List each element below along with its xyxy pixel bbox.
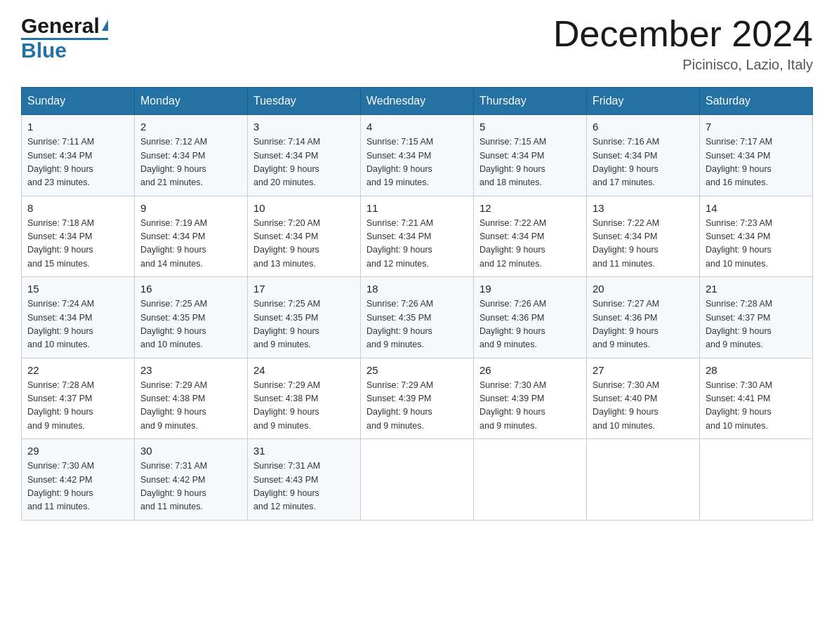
calendar-cell: 2Sunrise: 7:12 AMSunset: 4:34 PMDaylight… [135, 115, 248, 196]
day-info: Sunrise: 7:29 AMSunset: 4:38 PMDaylight:… [253, 379, 355, 434]
week-row-3: 15Sunrise: 7:24 AMSunset: 4:34 PMDayligh… [22, 277, 813, 358]
week-row-4: 22Sunrise: 7:28 AMSunset: 4:37 PMDayligh… [22, 358, 813, 439]
day-info: Sunrise: 7:31 AMSunset: 4:42 PMDaylight:… [140, 459, 241, 514]
calendar-cell: 14Sunrise: 7:23 AMSunset: 4:34 PMDayligh… [700, 196, 813, 277]
day-info: Sunrise: 7:15 AMSunset: 4:34 PMDaylight:… [479, 135, 581, 190]
header-sunday: Sunday [22, 88, 135, 115]
day-number: 26 [479, 364, 581, 376]
day-number: 23 [140, 364, 241, 376]
calendar-cell: 17Sunrise: 7:25 AMSunset: 4:35 PMDayligh… [248, 277, 361, 358]
calendar-cell: 10Sunrise: 7:20 AMSunset: 4:34 PMDayligh… [248, 196, 361, 277]
day-number: 28 [706, 364, 807, 376]
day-info: Sunrise: 7:31 AMSunset: 4:43 PMDaylight:… [253, 459, 355, 514]
day-number: 6 [593, 121, 694, 133]
day-info: Sunrise: 7:28 AMSunset: 4:37 PMDaylight:… [27, 379, 128, 434]
day-info: Sunrise: 7:27 AMSunset: 4:36 PMDaylight:… [593, 297, 694, 352]
day-info: Sunrise: 7:19 AMSunset: 4:34 PMDaylight:… [140, 217, 241, 271]
calendar-cell: 30Sunrise: 7:31 AMSunset: 4:42 PMDayligh… [135, 439, 248, 521]
day-number: 8 [27, 202, 128, 214]
day-info: Sunrise: 7:30 AMSunset: 4:41 PMDaylight:… [706, 379, 807, 434]
day-info: Sunrise: 7:12 AMSunset: 4:34 PMDaylight:… [140, 135, 241, 190]
calendar-cell: 20Sunrise: 7:27 AMSunset: 4:36 PMDayligh… [587, 277, 700, 358]
header-tuesday: Tuesday [248, 88, 361, 115]
week-row-5: 29Sunrise: 7:30 AMSunset: 4:42 PMDayligh… [22, 439, 813, 521]
day-number: 10 [253, 202, 355, 214]
calendar-cell: 11Sunrise: 7:21 AMSunset: 4:34 PMDayligh… [361, 196, 474, 277]
day-number: 19 [479, 283, 581, 295]
calendar-cell: 19Sunrise: 7:26 AMSunset: 4:36 PMDayligh… [474, 277, 587, 358]
day-number: 13 [593, 202, 694, 214]
day-info: Sunrise: 7:25 AMSunset: 4:35 PMDaylight:… [253, 297, 355, 352]
logo: General Blue [21, 14, 108, 61]
page-header: General Blue December 2024 Picinisco, La… [21, 14, 813, 73]
calendar-cell [700, 439, 813, 521]
calendar-cell: 6Sunrise: 7:16 AMSunset: 4:34 PMDaylight… [587, 115, 700, 196]
day-number: 18 [366, 283, 468, 295]
day-info: Sunrise: 7:24 AMSunset: 4:34 PMDaylight:… [27, 297, 128, 352]
day-number: 7 [706, 121, 807, 133]
day-info: Sunrise: 7:29 AMSunset: 4:39 PMDaylight:… [366, 379, 468, 434]
day-number: 20 [593, 283, 694, 295]
location-text: Picinisco, Lazio, Italy [553, 57, 813, 73]
calendar-table: Sunday Monday Tuesday Wednesday Thursday… [21, 87, 813, 521]
calendar-cell: 15Sunrise: 7:24 AMSunset: 4:34 PMDayligh… [22, 277, 135, 358]
calendar-cell: 28Sunrise: 7:30 AMSunset: 4:41 PMDayligh… [700, 358, 813, 439]
day-number: 4 [366, 121, 468, 133]
calendar-cell: 1Sunrise: 7:11 AMSunset: 4:34 PMDaylight… [22, 115, 135, 196]
title-section: December 2024 Picinisco, Lazio, Italy [553, 14, 813, 73]
day-number: 30 [140, 445, 241, 457]
day-number: 31 [253, 445, 355, 457]
logo-blue-text: Blue [21, 40, 67, 61]
calendar-cell: 18Sunrise: 7:26 AMSunset: 4:35 PMDayligh… [361, 277, 474, 358]
day-info: Sunrise: 7:29 AMSunset: 4:38 PMDaylight:… [140, 379, 241, 434]
day-info: Sunrise: 7:17 AMSunset: 4:34 PMDaylight:… [706, 135, 807, 190]
week-row-2: 8Sunrise: 7:18 AMSunset: 4:34 PMDaylight… [22, 196, 813, 277]
day-number: 1 [27, 121, 128, 133]
calendar-cell: 25Sunrise: 7:29 AMSunset: 4:39 PMDayligh… [361, 358, 474, 439]
calendar-cell: 22Sunrise: 7:28 AMSunset: 4:37 PMDayligh… [22, 358, 135, 439]
day-info: Sunrise: 7:16 AMSunset: 4:34 PMDaylight:… [593, 135, 694, 190]
day-number: 9 [140, 202, 241, 214]
calendar-cell: 8Sunrise: 7:18 AMSunset: 4:34 PMDaylight… [22, 196, 135, 277]
calendar-cell: 12Sunrise: 7:22 AMSunset: 4:34 PMDayligh… [474, 196, 587, 277]
day-number: 22 [27, 364, 128, 376]
calendar-cell [474, 439, 587, 521]
day-number: 25 [366, 364, 468, 376]
day-info: Sunrise: 7:21 AMSunset: 4:34 PMDaylight:… [366, 217, 468, 271]
calendar-cell: 3Sunrise: 7:14 AMSunset: 4:34 PMDaylight… [248, 115, 361, 196]
calendar-cell: 26Sunrise: 7:30 AMSunset: 4:39 PMDayligh… [474, 358, 587, 439]
calendar-cell: 13Sunrise: 7:22 AMSunset: 4:34 PMDayligh… [587, 196, 700, 277]
month-title: December 2024 [553, 14, 813, 54]
logo-triangle-icon [102, 20, 108, 31]
day-info: Sunrise: 7:26 AMSunset: 4:36 PMDaylight:… [479, 297, 581, 352]
day-info: Sunrise: 7:11 AMSunset: 4:34 PMDaylight:… [27, 135, 128, 190]
header-monday: Monday [135, 88, 248, 115]
header-thursday: Thursday [474, 88, 587, 115]
day-info: Sunrise: 7:18 AMSunset: 4:34 PMDaylight:… [27, 217, 128, 271]
day-number: 21 [706, 283, 807, 295]
day-number: 15 [27, 283, 128, 295]
weekday-header-row: Sunday Monday Tuesday Wednesday Thursday… [22, 88, 813, 115]
day-number: 29 [27, 445, 128, 457]
day-number: 11 [366, 202, 468, 214]
day-info: Sunrise: 7:30 AMSunset: 4:40 PMDaylight:… [593, 379, 694, 434]
calendar-cell [587, 439, 700, 521]
day-info: Sunrise: 7:25 AMSunset: 4:35 PMDaylight:… [140, 297, 241, 352]
day-info: Sunrise: 7:30 AMSunset: 4:42 PMDaylight:… [27, 459, 128, 514]
day-number: 2 [140, 121, 241, 133]
calendar-cell: 5Sunrise: 7:15 AMSunset: 4:34 PMDaylight… [474, 115, 587, 196]
calendar-cell: 27Sunrise: 7:30 AMSunset: 4:40 PMDayligh… [587, 358, 700, 439]
day-info: Sunrise: 7:22 AMSunset: 4:34 PMDaylight:… [593, 217, 694, 271]
header-friday: Friday [587, 88, 700, 115]
day-info: Sunrise: 7:23 AMSunset: 4:34 PMDaylight:… [706, 217, 807, 271]
day-number: 3 [253, 121, 355, 133]
calendar-cell: 23Sunrise: 7:29 AMSunset: 4:38 PMDayligh… [135, 358, 248, 439]
day-number: 12 [479, 202, 581, 214]
calendar-cell [361, 439, 474, 521]
week-row-1: 1Sunrise: 7:11 AMSunset: 4:34 PMDaylight… [22, 115, 813, 196]
day-info: Sunrise: 7:30 AMSunset: 4:39 PMDaylight:… [479, 379, 581, 434]
calendar-cell: 4Sunrise: 7:15 AMSunset: 4:34 PMDaylight… [361, 115, 474, 196]
day-info: Sunrise: 7:14 AMSunset: 4:34 PMDaylight:… [253, 135, 355, 190]
day-info: Sunrise: 7:22 AMSunset: 4:34 PMDaylight:… [479, 217, 581, 271]
day-info: Sunrise: 7:15 AMSunset: 4:34 PMDaylight:… [366, 135, 468, 190]
